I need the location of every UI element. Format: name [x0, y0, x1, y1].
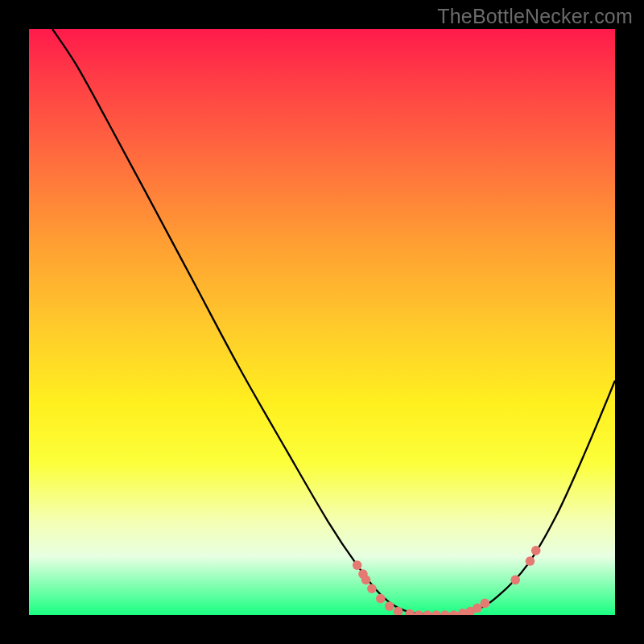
marker-dot: [376, 594, 386, 604]
marker-dot: [367, 584, 377, 593]
bottleneck-curve-layer: [29, 29, 615, 615]
marker-dot: [394, 607, 403, 615]
marker-dot: [385, 601, 394, 611]
marker-dot: [481, 599, 490, 609]
marker-dot: [414, 610, 423, 615]
marker-dot: [423, 610, 432, 615]
marker-dot: [449, 610, 459, 615]
marker-dot: [405, 609, 415, 615]
bottleneck-curve: [52, 29, 615, 615]
marker-dot: [526, 556, 535, 566]
highlight-markers: [353, 546, 541, 615]
marker-dot: [361, 575, 371, 584]
marker-dot: [531, 546, 541, 555]
watermark-text: TheBottleNecker.com: [437, 5, 633, 28]
plot-area: [29, 29, 615, 615]
marker-dot: [510, 575, 520, 584]
chart-frame: TheBottleNecker.com: [0, 0, 644, 644]
marker-dot: [353, 560, 362, 570]
marker-dot: [431, 610, 441, 615]
marker-dot: [440, 610, 450, 615]
